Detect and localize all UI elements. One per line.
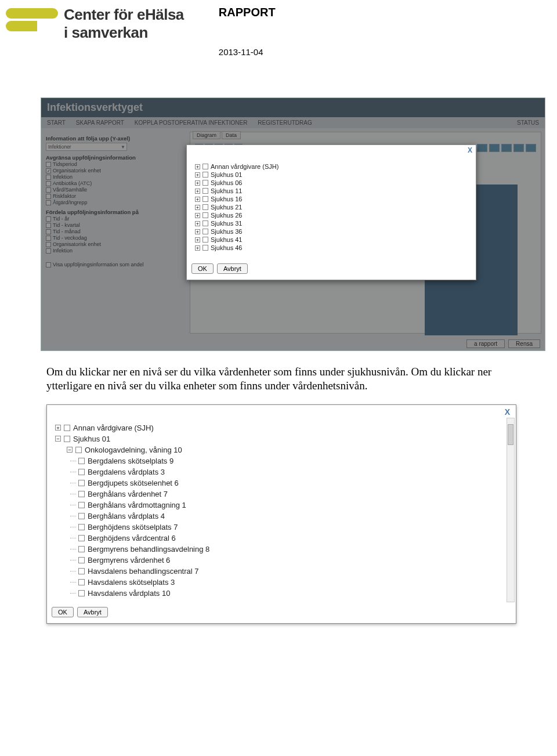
checkbox[interactable]: [78, 557, 85, 563]
tree-node[interactable]: +Sjukhus 06: [195, 179, 468, 187]
tree-node-level2[interactable]: Berghålans vårdmottagning 1: [78, 500, 503, 511]
chk-infektion[interactable]: Infektion: [46, 174, 182, 180]
tree-node-top[interactable]: − Sjukhus 01: [55, 433, 503, 444]
checkbox[interactable]: [78, 579, 85, 585]
chk-antibiotika[interactable]: Antibiotika (ATC): [46, 180, 182, 186]
chk-atgard[interactable]: Åtgärd/Ingrepp: [46, 200, 182, 205]
checkbox[interactable]: [64, 425, 70, 431]
menu-status[interactable]: STATUS: [517, 120, 539, 126]
checkbox[interactable]: [64, 436, 70, 442]
ok-button[interactable]: OK: [191, 263, 214, 274]
checkbox[interactable]: [78, 535, 85, 541]
checkbox[interactable]: [78, 546, 85, 552]
tree-node-level2[interactable]: Berghöjdens skötselplats 7: [78, 522, 503, 533]
expand-icon[interactable]: +: [195, 237, 200, 243]
tree-node-level2[interactable]: Berghålans vårdenhet 7: [78, 489, 503, 500]
tree-node[interactable]: +Sjukhus 46: [195, 244, 468, 252]
expand-icon[interactable]: +: [195, 221, 200, 226]
checkbox[interactable]: [78, 590, 85, 596]
checkbox[interactable]: [202, 188, 208, 194]
expand-icon[interactable]: +: [195, 164, 200, 169]
tree-node[interactable]: +Sjukhus 41: [195, 236, 468, 244]
rensa-button[interactable]: Rensa: [508, 339, 540, 348]
checkbox[interactable]: [78, 480, 85, 486]
checkbox[interactable]: [202, 245, 208, 251]
checkbox[interactable]: [202, 204, 208, 210]
checkbox[interactable]: [78, 502, 85, 508]
collapse-icon[interactable]: −: [55, 436, 61, 442]
pie-chart-icon[interactable]: [513, 144, 524, 152]
bar-chart-icon[interactable]: [477, 144, 487, 152]
expand-icon[interactable]: +: [195, 189, 200, 194]
tree-node[interactable]: +Sjukhus 01: [195, 171, 468, 179]
ok-button[interactable]: OK: [52, 607, 74, 617]
checkbox[interactable]: [202, 212, 208, 218]
checkbox[interactable]: [78, 568, 85, 574]
tree-node[interactable]: +Sjukhus 16: [195, 195, 468, 203]
tree-node[interactable]: +Sjukhus 11: [195, 187, 468, 195]
tree-node-level2[interactable]: Havsdalens skötselplats 3: [78, 577, 503, 588]
checkbox[interactable]: [202, 180, 208, 186]
chk-tid-manad[interactable]: Tid - månad: [46, 229, 182, 234]
tree-node-level2[interactable]: Bergdalens skötselplats 9: [78, 455, 503, 466]
checkbox[interactable]: [202, 196, 208, 202]
scrollbar[interactable]: [507, 418, 515, 602]
menu-start[interactable]: START: [47, 120, 66, 126]
expand-icon[interactable]: +: [55, 425, 61, 431]
menu-skapa[interactable]: SKAPA RAPPORT: [76, 120, 124, 126]
expand-icon[interactable]: +: [195, 205, 200, 210]
checkbox[interactable]: [78, 513, 85, 519]
tab-data[interactable]: Data: [222, 131, 241, 139]
checkbox[interactable]: [78, 491, 85, 497]
tree-node-top[interactable]: + Annan vårdgivare (SJH): [55, 422, 503, 433]
chk-fordela-org[interactable]: Organisatorisk enhet: [46, 241, 182, 247]
expand-icon[interactable]: +: [195, 229, 200, 234]
tree-node[interactable]: +Annan vårdgivare (SJH): [195, 162, 468, 171]
cancel-button[interactable]: Avbryt: [217, 263, 248, 274]
expand-icon[interactable]: +: [195, 180, 200, 186]
scrollbar-thumb[interactable]: [508, 424, 513, 445]
chk-tid-veckodag[interactable]: Tid - veckodag: [46, 235, 182, 241]
tree-node[interactable]: +Sjukhus 36: [195, 227, 468, 236]
expand-icon[interactable]: +: [195, 197, 200, 202]
chk-fordela-infektion[interactable]: Infektion: [46, 248, 182, 254]
chk-tid-ar[interactable]: Tid - år: [46, 216, 182, 222]
checkbox[interactable]: [75, 447, 82, 453]
checkbox[interactable]: [202, 229, 208, 234]
info-select[interactable]: Infektioner▼: [46, 143, 127, 151]
collapse-icon[interactable]: −: [67, 447, 73, 453]
expand-icon[interactable]: +: [195, 245, 200, 251]
tree-node-level2[interactable]: Bergmyrens vårdenhet 6: [78, 555, 503, 566]
close-icon[interactable]: X: [468, 146, 472, 154]
tab-diagram[interactable]: Diagram: [193, 131, 220, 139]
checkbox[interactable]: [202, 220, 208, 226]
menu-koppla[interactable]: KOPPLA POSTOPERATIVA INFEKTIONER: [135, 120, 248, 126]
tree-node-level2[interactable]: Havsdalens behandlingscentral 7: [78, 566, 503, 577]
chk-visa-andel[interactable]: Visa uppföljningsinformation som andel: [46, 262, 182, 267]
chk-orgenhet[interactable]: ✓Organisatorisk enhet: [46, 168, 182, 173]
tree-node-level1[interactable]: − Onkologavdelning, våning 10: [67, 444, 503, 455]
line-chart-icon[interactable]: [489, 144, 500, 152]
cancel-button[interactable]: Avbryt: [77, 607, 108, 617]
checkbox[interactable]: [78, 469, 85, 475]
checkbox[interactable]: [202, 164, 208, 169]
other-chart-icon[interactable]: [526, 144, 536, 152]
tree-node-level2[interactable]: Bergdjupets skötselenhet 6: [78, 478, 503, 489]
chk-vard[interactable]: Vård/Samhälle: [46, 187, 182, 193]
chk-tid-kvartal[interactable]: Tid - kvartal: [46, 222, 182, 228]
chk-tidsperiod[interactable]: Tidsperiod: [46, 161, 182, 167]
menu-register[interactable]: REGISTERUTDRAG: [258, 120, 312, 126]
tree-node-level2[interactable]: Havsdalens vårdplats 10: [78, 588, 503, 599]
expand-icon[interactable]: +: [195, 172, 200, 178]
tree-node[interactable]: +Sjukhus 21: [195, 203, 468, 211]
stacked-chart-icon[interactable]: [501, 144, 512, 152]
tree-node[interactable]: +Sjukhus 31: [195, 219, 468, 227]
close-icon[interactable]: X: [505, 407, 510, 417]
tree-node-level2[interactable]: Berghålans vårdplats 4: [78, 511, 503, 522]
checkbox[interactable]: [78, 524, 85, 530]
expand-icon[interactable]: +: [195, 213, 200, 218]
skapa-rapport-button[interactable]: a rapport: [466, 339, 505, 348]
checkbox[interactable]: [202, 237, 208, 243]
tree-node[interactable]: +Sjukhus 26: [195, 211, 468, 219]
tree-node-level2[interactable]: Bergdalens vårdplats 3: [78, 466, 503, 478]
